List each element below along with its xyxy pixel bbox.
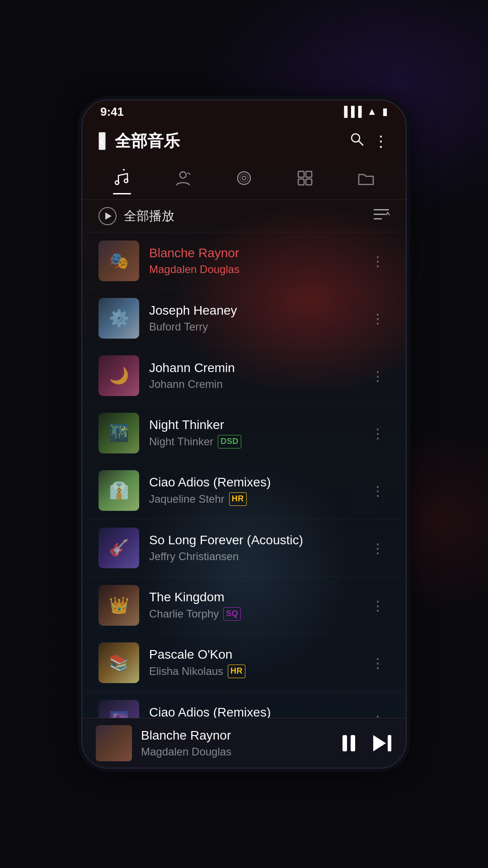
song-thumbnail: 🌃 [99, 413, 139, 453]
now-playing-info: Blanche Raynor Magdalen Douglas [141, 728, 330, 758]
song-list: 🎭 Blanche Raynor Magdalen Douglas ⋮ ⚙️ J… [82, 232, 406, 718]
now-playing-artist: Magdalen Douglas [141, 745, 330, 758]
play-all-label: 全部播放 [124, 208, 366, 225]
tab-artists[interactable] [165, 165, 201, 193]
song-thumbnail: 🌆 [99, 700, 139, 718]
song-more-button[interactable]: ⋮ [366, 253, 389, 269]
song-more-button[interactable]: ⋮ [366, 598, 389, 613]
svg-rect-10 [306, 171, 312, 177]
svg-rect-9 [298, 171, 304, 177]
header: ‹ 全部音乐 ⋮ [82, 123, 406, 159]
song-info: Ciao Adios (Remixes) Jaqueline Stehr HR [149, 475, 357, 505]
albums-icon [235, 169, 253, 190]
list-item[interactable]: 🌆 Ciao Adios (Remixes) Willis Osinski ⋮ [82, 692, 406, 718]
songs-icon [113, 169, 131, 190]
battery-icon: ▮ [382, 106, 388, 118]
song-title: So Long Forever (Acoustic) [149, 533, 357, 547]
song-meta: Elisha Nikolaus HR [149, 665, 357, 678]
song-meta: Buford Terry [149, 321, 357, 333]
list-item[interactable]: 👔 Ciao Adios (Remixes) Jaqueline Stehr H… [82, 462, 406, 519]
svg-rect-11 [298, 179, 304, 185]
pause-button[interactable] [339, 733, 359, 753]
song-info: Ciao Adios (Remixes) Willis Osinski [149, 705, 357, 718]
svg-line-1 [359, 141, 363, 145]
folders-icon [357, 169, 375, 190]
list-item[interactable]: 🌙 Johann Cremin Johann Cremin ⋮ [82, 347, 406, 405]
quality-badge-hr: HR [229, 492, 247, 505]
song-info: So Long Forever (Acoustic) Jeffry Christ… [149, 533, 357, 563]
now-playing-bar[interactable]: Blanche Raynor Magdalen Douglas [82, 718, 406, 768]
status-icons: ▐▐▐ ▲ ▮ [340, 106, 388, 118]
song-more-button[interactable]: ⋮ [366, 655, 389, 671]
next-button[interactable] [372, 733, 392, 753]
tab-albums[interactable] [226, 165, 262, 193]
svg-point-3 [124, 179, 128, 183]
song-meta: Johann Cremin [149, 378, 357, 391]
song-meta: Jeffry Christiansen [149, 550, 357, 563]
song-more-button[interactable]: ⋮ [366, 483, 389, 499]
phone-content: 9:41 ▐▐▐ ▲ ▮ ‹ 全部音乐 ⋮ [82, 100, 406, 768]
song-info: Joseph Heaney Buford Terry [149, 303, 357, 333]
song-thumbnail: ⚙️ [99, 298, 139, 339]
wifi-icon: ▲ [367, 106, 377, 118]
song-info: Pascale O'Kon Elisha Nikolaus HR [149, 647, 357, 678]
list-item[interactable]: 📚 Pascale O'Kon Elisha Nikolaus HR ⋮ [82, 634, 406, 692]
tab-playlists[interactable] [287, 165, 323, 193]
list-item[interactable]: 🎸 So Long Forever (Acoustic) Jeffry Chri… [82, 519, 406, 577]
tab-folders[interactable] [348, 165, 384, 193]
song-info: Blanche Raynor Magdalen Douglas [149, 246, 357, 276]
song-thumbnail: 🌙 [99, 355, 139, 396]
svg-point-2 [115, 181, 119, 184]
song-info: Night Thinker Night Thinker DSD [149, 418, 357, 448]
artists-icon [174, 169, 192, 190]
song-more-button[interactable]: ⋮ [366, 540, 389, 556]
song-meta: Night Thinker DSD [149, 435, 357, 448]
status-time: 9:41 [100, 105, 124, 119]
song-title: Joseph Heaney [149, 303, 357, 318]
list-item[interactable]: 👑 The Kingdom Charlie Torphy SQ ⋮ [82, 577, 406, 634]
song-title: Johann Cremin [149, 361, 357, 375]
song-title: Night Thinker [149, 418, 357, 432]
quality-badge-dsd: DSD [218, 435, 241, 448]
song-thumbnail: 👔 [99, 470, 139, 511]
svg-point-5 [180, 172, 186, 178]
song-meta: Magdalen Douglas [149, 263, 357, 276]
next-icon [372, 733, 392, 753]
song-info: Johann Cremin Johann Cremin [149, 361, 357, 391]
song-info: The Kingdom Charlie Torphy SQ [149, 590, 357, 620]
song-more-button[interactable]: ⋮ [366, 368, 389, 384]
search-button[interactable] [350, 132, 364, 150]
song-meta: Jaqueline Stehr HR [149, 492, 357, 505]
song-title: Pascale O'Kon [149, 647, 357, 662]
song-title: Ciao Adios (Remixes) [149, 475, 357, 490]
quality-badge-hr: HR [228, 665, 245, 678]
play-all-bar: 全部播放 [82, 200, 406, 232]
svg-point-7 [242, 176, 246, 180]
more-button[interactable]: ⋮ [373, 132, 389, 150]
status-bar: 9:41 ▐▐▐ ▲ ▮ [82, 100, 406, 123]
list-item[interactable]: 🎭 Blanche Raynor Magdalen Douglas ⋮ [82, 232, 406, 290]
song-thumbnail: 🎭 [99, 241, 139, 281]
page-title: 全部音乐 [115, 130, 341, 152]
play-all-button[interactable] [99, 207, 117, 225]
playback-controls [339, 733, 392, 753]
back-button[interactable]: ‹ [99, 132, 106, 150]
svg-rect-12 [306, 179, 312, 185]
playlists-icon [296, 169, 314, 190]
tab-songs[interactable] [104, 165, 140, 193]
song-thumbnail: 👑 [99, 585, 139, 626]
song-title: Ciao Adios (Remixes) [149, 705, 357, 718]
nav-tabs [82, 159, 406, 200]
list-item[interactable]: 🌃 Night Thinker Night Thinker DSD ⋮ [82, 405, 406, 462]
song-more-button[interactable]: ⋮ [366, 425, 389, 441]
song-meta: Charlie Torphy SQ [149, 607, 357, 620]
now-playing-thumbnail [96, 725, 132, 761]
phone-frame: 9:41 ▐▐▐ ▲ ▮ ‹ 全部音乐 ⋮ [81, 99, 407, 769]
list-item[interactable]: ⚙️ Joseph Heaney Buford Terry ⋮ [82, 290, 406, 347]
song-more-button[interactable]: ⋮ [366, 712, 389, 718]
song-more-button[interactable]: ⋮ [366, 311, 389, 326]
signal-icon: ▐▐▐ [340, 106, 361, 118]
sort-button[interactable] [373, 208, 389, 224]
song-title: The Kingdom [149, 590, 357, 604]
song-thumbnail: 🎸 [99, 528, 139, 568]
